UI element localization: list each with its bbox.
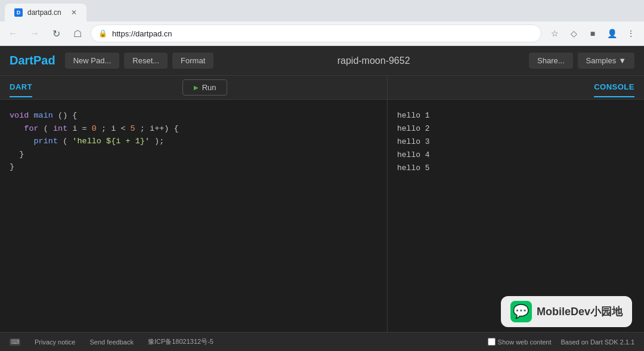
dart-tab[interactable]: DART: [10, 78, 32, 97]
send-feedback-link[interactable]: Send feedback: [89, 338, 133, 346]
reset-button[interactable]: Reset...: [124, 53, 168, 69]
share-button[interactable]: Share...: [529, 53, 573, 69]
run-label: Run: [202, 83, 216, 92]
console-tab[interactable]: CONSOLE: [594, 78, 634, 97]
console-line: hello 4: [397, 149, 634, 162]
format-button[interactable]: Format: [172, 53, 213, 69]
toolbar-icons: ☆ ◇ ■ 👤 ⋮: [546, 25, 639, 42]
new-pad-button[interactable]: New Pad...: [65, 53, 120, 69]
reload-button[interactable]: ↻: [48, 25, 64, 42]
bookmark-star-button[interactable]: ☆: [546, 25, 563, 42]
browser-chrome: D dartpad.cn ✕ ← → ↻ ☖ 🔒 ☆ ◇ ■ 👤 ⋮: [0, 0, 644, 46]
console-line: hello 2: [397, 122, 634, 136]
footer-right: Show web content Based on Dart SDK 2.1.1: [488, 338, 634, 346]
editor-panel: DART ▶ Run void main () { for: [0, 76, 388, 332]
console-panel: CONSOLE hello 1hello 2hello 3hello 4hell…: [388, 76, 644, 332]
code-line-2: for ( int i = 0 ; i < 5 ; i++) {: [10, 122, 377, 136]
menu-button[interactable]: ⋮: [623, 25, 639, 42]
console-line: hello 5: [397, 162, 634, 175]
dartpad-logo: DartPad: [10, 54, 55, 67]
show-web-content-label: Show web content: [498, 338, 552, 346]
tab-title: dartpad.cn: [27, 8, 61, 17]
forward-button[interactable]: →: [26, 25, 43, 42]
shield-button[interactable]: ■: [584, 25, 601, 42]
lock-icon: 🔒: [98, 29, 107, 38]
samples-label: Samples: [586, 56, 617, 65]
run-btn-container: ▶ Run: [32, 79, 377, 96]
browser-toolbar: ← → ↻ ☖ 🔒 ☆ ◇ ■ 👤 ⋮: [0, 21, 644, 45]
samples-button[interactable]: Samples ▼: [578, 53, 634, 69]
sdk-version-text: Based on Dart SDK 2.1.1: [561, 338, 634, 346]
watermark: 💬 MobileDev小园地: [501, 296, 632, 327]
watermark-text: MobileDev小园地: [537, 304, 623, 319]
code-editor[interactable]: void main () { for ( int i = 0 ; i < 5 ;…: [0, 100, 387, 332]
document-title: rapid-moon-9652: [218, 56, 529, 66]
code-line-5: }: [10, 161, 377, 174]
code-line-3: print ( 'hello ${i + 1}' );: [10, 135, 377, 148]
home-button[interactable]: ☖: [69, 25, 86, 42]
show-web-content-checkbox[interactable]: Show web content: [488, 338, 552, 346]
code-line-4: }: [10, 148, 377, 161]
editor-tabs: DART ▶ Run: [0, 76, 387, 100]
active-tab[interactable]: D dartpad.cn ✕: [5, 4, 86, 21]
run-button[interactable]: ▶ Run: [182, 79, 228, 96]
back-button[interactable]: ←: [5, 25, 21, 42]
address-bar[interactable]: [112, 29, 534, 38]
console-line: hello 3: [397, 136, 634, 149]
wechat-icon: 💬: [510, 301, 532, 322]
tab-favicon: D: [14, 8, 23, 17]
extensions-button[interactable]: ◇: [565, 25, 582, 42]
web-content-checkbox-input[interactable]: [488, 338, 496, 346]
code-line-1: void main () {: [10, 109, 377, 122]
profile-button[interactable]: 👤: [603, 25, 620, 42]
browser-tab-bar: D dartpad.cn ✕: [0, 0, 644, 21]
console-line: hello 1: [397, 109, 634, 122]
icp-text: 豫ICP备18021312号-5: [148, 337, 213, 346]
samples-dropdown-icon: ▼: [618, 56, 626, 65]
dartpad-content: DART ▶ Run void main () { for: [0, 76, 644, 332]
console-header: CONSOLE: [388, 76, 644, 100]
address-bar-container: 🔒: [91, 24, 541, 42]
run-icon: ▶: [194, 84, 199, 91]
privacy-notice-link[interactable]: Privacy notice: [35, 338, 75, 346]
keyboard-icon: ⌨: [10, 338, 20, 346]
header-right-actions: Share... Samples ▼: [529, 53, 634, 69]
dartpad-footer: ⌨ Privacy notice Send feedback 豫ICP备1802…: [0, 332, 644, 351]
dartpad-header: DartPad New Pad... Reset... Format rapid…: [0, 46, 644, 76]
tab-close-icon[interactable]: ✕: [71, 8, 77, 17]
